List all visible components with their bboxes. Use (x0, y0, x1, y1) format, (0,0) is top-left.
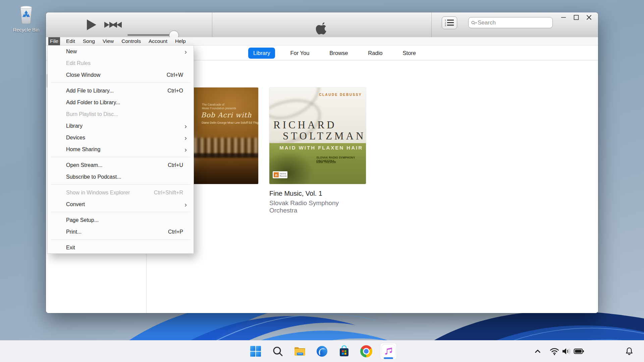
menu-item-devices[interactable]: Devices › (48, 132, 194, 143)
menu-controls[interactable]: Controls (120, 37, 143, 45)
wifi-indicator[interactable] (549, 341, 559, 362)
menu-file[interactable]: File (48, 37, 60, 45)
submenu-chevron-icon: › (184, 134, 187, 141)
next-button[interactable] (103, 12, 116, 37)
stz-artist-name-line2: STOLTZMAN (283, 130, 366, 142)
microsoft-store-button[interactable] (336, 343, 352, 359)
stz-horn-shape (269, 151, 313, 184)
menu-account[interactable]: Account (147, 37, 169, 45)
menu-item-add-file-to-library[interactable]: Add File to Library... Ctrl+O (48, 85, 194, 97)
hidden-icons-button[interactable] (533, 341, 542, 362)
bell-icon (625, 347, 634, 356)
menu-item-label: Subscribe to Podcast... (66, 174, 187, 180)
menu-item-close-window[interactable]: Close Window Ctrl+W (48, 69, 194, 81)
submenu-chevron-icon: › (184, 123, 187, 129)
menu-item-label: Devices (66, 135, 184, 141)
toolbar-divider (431, 12, 432, 37)
menu-item-label: New (66, 49, 184, 55)
svg-text:1: 1 (445, 19, 446, 21)
album-fine-music[interactable]: CLAUDE DEBUSSY RICHARD STOLTZMAN MAID WI… (269, 87, 366, 214)
chevron-up-icon (533, 347, 542, 356)
search-box[interactable] (468, 17, 553, 28)
search-input[interactable] (477, 19, 552, 26)
menu-item-library[interactable]: Library › (48, 120, 194, 132)
menu-edit[interactable]: Edit (64, 37, 77, 45)
acri-presenter-text: The Cavalcade of Music Foundation presen… (202, 103, 236, 110)
stz-composer-text: CLAUDE DEBUSSY (319, 93, 362, 97)
stz-conductor-text: KIRK TREVOR (316, 161, 336, 164)
menu-item-label: Close Window (66, 72, 167, 78)
menu-item-shortcut: Ctrl+U (168, 162, 183, 168)
menu-item-page-setup[interactable]: Page Setup... (48, 214, 194, 226)
tab-library[interactable]: Library (248, 48, 275, 59)
menu-separator (48, 238, 194, 242)
tab-radio[interactable]: Radio (363, 48, 387, 59)
submenu-chevron-icon: › (184, 201, 187, 208)
menu-song[interactable]: Song (81, 37, 97, 45)
menu-item-convert[interactable]: Convert › (48, 198, 194, 210)
taskbar-search-button[interactable] (270, 343, 286, 359)
menu-item-edit-rules: Edit Rules (48, 57, 194, 69)
volume-indicator[interactable] (561, 341, 572, 362)
menu-item-show-in-windows-explorer: Show in Windows Explorer Ctrl+Shift+R (48, 187, 194, 198)
edge-button[interactable] (314, 343, 330, 359)
tab-for-you[interactable]: For You (285, 48, 314, 59)
recycle-bin[interactable]: Recycle Bin (6, 5, 46, 33)
edge-icon (316, 345, 328, 357)
chrome-button[interactable] (358, 343, 374, 359)
minimize-button[interactable] (557, 13, 570, 22)
menu-item-home-sharing[interactable]: Home Sharing › (48, 143, 194, 155)
submenu-chevron-icon: › (184, 48, 187, 55)
acri-title-text: Bob Acri with (201, 111, 252, 119)
battery-icon (574, 347, 584, 355)
file-explorer-button[interactable] (292, 343, 308, 359)
menu-item-label: Library (66, 123, 184, 129)
close-icon (586, 15, 592, 20)
taskbar-search-icon (272, 346, 283, 357)
menu-item-new[interactable]: New › (48, 46, 194, 57)
up-next-button[interactable]: 1 2 3 (442, 16, 457, 29)
menu-item-label: Burn Playlist to Disc... (66, 111, 187, 117)
menu-item-label: Add Folder to Library... (66, 100, 187, 106)
menu-item-label: Edit Rules (66, 60, 187, 66)
menu-view[interactable]: View (101, 37, 115, 45)
menu-item-add-folder-to-library[interactable]: Add Folder to Library... (48, 97, 194, 108)
itunes-taskbar-button[interactable] (380, 343, 396, 359)
acri-artists-text: Diane Delin George Mraz Lew Soloff Ed Th… (202, 121, 258, 124)
tab-browse[interactable]: Browse (324, 48, 353, 59)
menu-separator (48, 183, 194, 187)
submenu-chevron-icon: › (184, 146, 187, 153)
menu-help[interactable]: Help (173, 37, 187, 45)
close-button[interactable] (583, 13, 595, 22)
menu-item-label: Print... (66, 229, 168, 235)
menu-item-subscribe-to-podcast[interactable]: Subscribe to Podcast... (48, 171, 194, 183)
toolbar-divider (212, 12, 212, 37)
menu-item-label: Convert (66, 201, 184, 207)
notifications-button[interactable] (625, 341, 634, 362)
tab-store[interactable]: Store (397, 48, 421, 59)
album-art-fine-music[interactable]: CLAUDE DEBUSSY RICHARD STOLTZMAN MAID WI… (269, 87, 366, 184)
battery-indicator[interactable] (574, 341, 584, 362)
taskbar (0, 340, 644, 362)
play-button[interactable] (84, 12, 99, 37)
itunes-icon (382, 345, 395, 358)
windows-start-icon (250, 346, 261, 357)
apple-logo-icon (315, 22, 329, 37)
menu-item-print[interactable]: Print... Ctrl+P (48, 226, 194, 238)
minimize-icon (561, 15, 566, 20)
search-icon (471, 20, 477, 26)
maximize-icon (574, 15, 579, 20)
menu-item-shortcut: Ctrl+O (167, 88, 183, 94)
menu-item-shortcut: Ctrl+P (168, 229, 183, 235)
album-artist[interactable]: Slovak Radio Symphony Orchestra (269, 199, 366, 214)
itunes-window: 1 2 3 (46, 12, 598, 313)
menu-item-shortcut: Ctrl+W (167, 72, 183, 78)
album-title[interactable]: Fine Music, Vol. 1 (269, 190, 366, 197)
menu-item-exit[interactable]: Exit (48, 242, 194, 253)
start-button[interactable] (248, 343, 264, 359)
file-explorer-icon (294, 346, 306, 357)
menu-item-open-stream[interactable]: Open Stream... Ctrl+U (48, 159, 194, 171)
maximize-button[interactable] (570, 13, 583, 22)
desktop: Recycle Bin (0, 0, 644, 362)
play-icon (87, 19, 97, 31)
